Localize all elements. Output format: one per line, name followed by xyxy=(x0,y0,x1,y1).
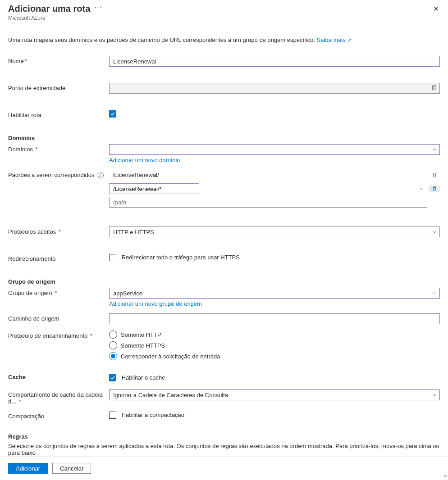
rules-section-header: Regras xyxy=(8,433,440,440)
add-button[interactable]: Adicionar xyxy=(8,463,48,474)
close-icon[interactable]: ✕ xyxy=(432,4,440,14)
pattern-input-new[interactable] xyxy=(109,197,427,208)
radio-https-only[interactable] xyxy=(109,341,117,349)
radio-match-incoming[interactable] xyxy=(109,352,117,360)
domains-label: Domínios * xyxy=(8,144,109,153)
origin-group-select[interactable]: appService xyxy=(109,288,440,299)
cache-section-header: Cache xyxy=(8,374,109,380)
origin-path-input[interactable] xyxy=(109,313,440,324)
add-origin-group-link[interactable]: Adicionar um novo grupo de origem xyxy=(109,300,202,307)
domains-select[interactable] xyxy=(109,144,440,155)
cancel-button[interactable]: Cancelar xyxy=(52,463,91,474)
intro-text: Uma rota mapeia seus domínios e os padrõ… xyxy=(8,36,440,43)
endpoint-label: Ponto de extremidade xyxy=(8,83,109,91)
name-label: Nome* xyxy=(8,56,109,64)
enable-route-label: Habilitar rota xyxy=(8,110,109,118)
pattern-display: /LicenseRenewal/ xyxy=(109,170,427,181)
radio-match-incoming-label: Corresponder à solicitação de entrada xyxy=(121,353,220,360)
redirect-label: Redirecionamento xyxy=(8,254,109,262)
origin-group-label: Grupo de origem * xyxy=(8,288,109,296)
learn-more-link[interactable]: Saiba mais ↗ xyxy=(317,36,352,43)
intro-body: Uma rota mapeia seus domínios e os padrõ… xyxy=(8,36,317,43)
page-subtitle: Microsoft Azure xyxy=(8,15,102,21)
compression-label: Compactação xyxy=(8,411,109,420)
rules-description: Selecione os conjuntos de regras a serem… xyxy=(8,443,440,456)
enable-route-checkbox[interactable] xyxy=(109,110,116,118)
cache-behavior-select[interactable]: Ignorar a Cadeia de Caracteres de Consul… xyxy=(109,389,440,400)
enable-cache-checkbox[interactable] xyxy=(109,374,116,381)
endpoint-input xyxy=(109,83,440,94)
accepted-protocols-label: Protocolos aceitos * xyxy=(8,226,109,235)
radio-https-only-label: Somente HTTPS xyxy=(121,342,165,349)
external-link-icon: ↗ xyxy=(347,37,352,43)
more-icon[interactable]: ··· xyxy=(95,4,102,10)
redirect-checkbox[interactable] xyxy=(109,254,116,261)
pattern-input-selected[interactable] xyxy=(109,183,199,194)
origin-path-label: Caminho de origem xyxy=(8,313,109,322)
forward-protocol-label: Protocolo de encaminhamento * xyxy=(8,331,109,339)
name-input[interactable] xyxy=(109,56,440,67)
learn-more-label: Saiba mais xyxy=(317,36,346,43)
delete-pattern-icon[interactable] xyxy=(429,172,440,178)
chevron-down-icon xyxy=(420,186,424,191)
cache-behavior-label: Comportamento de cache da cadeia d... * xyxy=(8,389,109,405)
enable-cache-label: Habilitar o cache xyxy=(122,374,165,381)
radio-http-only-label: Somente HTTP xyxy=(121,331,161,338)
patterns-label: Padrões a serem correspondidos i xyxy=(8,170,109,178)
page-title: Adicionar uma rota xyxy=(8,4,90,14)
origin-section-header: Grupo de origem xyxy=(8,278,440,285)
add-domain-link[interactable]: Adicionar um novo domínio xyxy=(109,157,180,163)
info-icon[interactable]: i xyxy=(98,172,104,178)
enable-compression-label: Habilitar a compactação xyxy=(122,412,184,418)
redirect-checkbox-label: Redirecionar todo o tráfego para usar HT… xyxy=(122,254,240,261)
enable-compression-checkbox[interactable] xyxy=(109,412,116,419)
delete-pattern-icon[interactable] xyxy=(429,186,440,192)
resize-handle-icon[interactable] xyxy=(443,472,447,479)
accepted-protocols-select[interactable]: HTTP e HTTPS xyxy=(109,226,440,237)
domains-section-header: Domínios xyxy=(8,135,440,141)
radio-http-only[interactable] xyxy=(109,331,117,339)
